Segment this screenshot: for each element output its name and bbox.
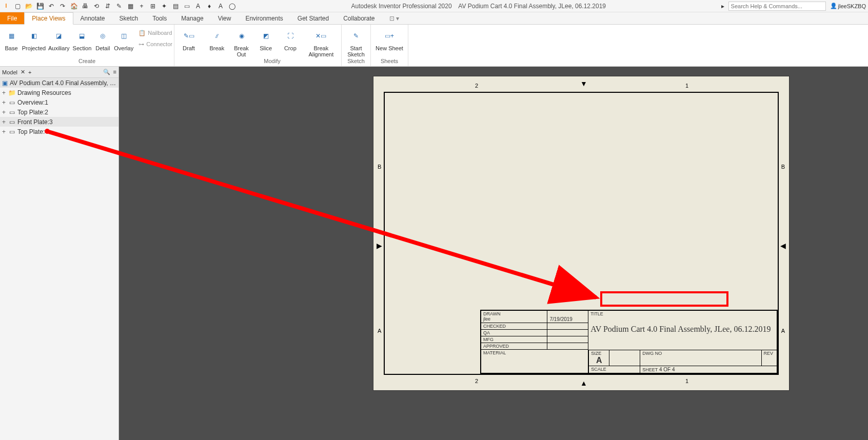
title-block[interactable]: DRAWN jlee 7/19/2019 TITLE AV Podium Car… — [480, 310, 778, 374]
tab-manage[interactable]: Manage — [174, 12, 210, 24]
canvas[interactable]: 2 1 2 1 B A B A ▼ ▲ ▶ ◀ DRAWN jlee — [119, 67, 868, 440]
auxiliary-icon: ◪ — [51, 28, 67, 44]
grid-right-b: B — [781, 164, 785, 170]
nailboard-icon: 📋 — [139, 30, 146, 36]
qat-icon12[interactable]: A — [216, 2, 225, 10]
grid-top-1: 1 — [685, 83, 688, 89]
qat-icon4[interactable]: ▦ — [126, 2, 134, 10]
tree-node-topplate4[interactable]: + ▭ Top Plate:4 — [0, 127, 119, 136]
open-icon[interactable]: 📂 — [25, 2, 33, 10]
titlebar: I ▢ 📂 💾 ↶ ↷ 🏠 🖶 ⟲ ⇵ ✎ ▦ + ⊞ ✦ ▤ ▭ A ♦ A … — [0, 0, 868, 12]
qat-icon11[interactable]: ♦ — [205, 2, 213, 10]
search-icon[interactable]: 🔍 — [103, 69, 110, 75]
new-icon[interactable]: ▢ — [13, 2, 22, 10]
tab-tools[interactable]: Tools — [145, 12, 174, 24]
tb-dwgno-label: DWG NO — [640, 350, 761, 366]
tab-collaborate[interactable]: Collaborate — [336, 12, 382, 24]
expand-icon[interactable]: + — [2, 109, 8, 116]
tab-environments[interactable]: Environments — [238, 12, 290, 24]
section-button[interactable]: ⬓Section — [73, 27, 92, 51]
user-menu[interactable]: 👤 jleeSKZBQ — [830, 3, 866, 9]
doc-name: AV Podium Cart 4.0 Final Assembly, JLee,… — [458, 3, 606, 10]
main-area: Model ✕ + 🔍 ≡ ▣ AV Podium Cart 4.0 Final… — [0, 67, 868, 440]
browser-title: Model — [2, 69, 17, 75]
qat-icon10[interactable]: A — [194, 2, 202, 10]
group-sheets-label: Sheets — [371, 58, 408, 66]
tree-node-resources[interactable]: + 📁 Drawing Resources — [0, 88, 119, 97]
group-draft: ✎▭Draft — [174, 25, 203, 66]
group-sketch: ✎Start Sketch Sketch — [342, 25, 371, 66]
expand-icon[interactable]: + — [2, 128, 8, 135]
break-button[interactable]: ⫽Break — [206, 27, 228, 51]
draft-button[interactable]: ✎▭Draft — [177, 27, 200, 51]
tab-view[interactable]: View — [211, 12, 239, 24]
qat-icon3[interactable]: ✎ — [115, 2, 123, 10]
break-alignment-button[interactable]: ✕▭Break Alignment — [304, 27, 338, 57]
undo-icon[interactable]: ↶ — [47, 2, 55, 10]
sheet-icon: ▭ — [8, 109, 15, 116]
detail-button[interactable]: ◎Detail — [94, 27, 111, 51]
save-icon[interactable]: 💾 — [36, 2, 44, 10]
print-icon[interactable]: 🖶 — [81, 2, 89, 10]
nailboard-button[interactable]: 📋Nailboard — [136, 28, 174, 38]
draft-icon: ✎▭ — [181, 28, 197, 44]
start-sketch-button[interactable]: ✎Start Sketch — [345, 27, 367, 57]
ribbon: ▦Base ◧Projected ◪Auxiliary ⬓Section ◎De… — [0, 25, 868, 67]
qat-icon1[interactable]: ⟲ — [92, 2, 101, 10]
breakout-button[interactable]: ◉Break Out — [231, 27, 252, 57]
qat-icon13[interactable]: ◯ — [228, 2, 236, 10]
qat-icon5[interactable]: + — [137, 2, 146, 10]
home-icon[interactable]: 🏠 — [70, 2, 78, 10]
app-name: Autodesk Inventor Professional 2020 — [351, 3, 452, 10]
crop-icon: ⛶ — [282, 28, 299, 44]
tab-sketch[interactable]: Sketch — [112, 12, 146, 24]
tab-annotate[interactable]: Annotate — [73, 12, 112, 24]
search-input[interactable] — [728, 2, 826, 11]
redo-icon[interactable]: ↷ — [58, 2, 67, 10]
qat-icon2[interactable]: ⇵ — [104, 2, 112, 10]
browser-add-icon[interactable]: + — [28, 69, 31, 75]
group-modify-label: Modify — [203, 58, 341, 66]
new-sheet-icon: ▭+ — [381, 28, 398, 44]
slice-button[interactable]: ◩Slice — [255, 27, 277, 51]
break-icon: ⫽ — [209, 28, 225, 44]
tab-file[interactable]: File — [0, 12, 24, 24]
menu-icon[interactable]: ≡ — [113, 69, 116, 75]
tb-drawn-date: 7/19/2019 — [547, 311, 588, 323]
app-icon[interactable]: I — [2, 2, 10, 10]
grid-bot-1: 1 — [685, 378, 688, 384]
grid-left-a: A — [378, 328, 381, 334]
tree-node-overview[interactable]: + ▭ Overview:1 — [0, 97, 119, 107]
chevron-right-icon[interactable]: ▸ — [721, 3, 724, 10]
group-create-label: Create — [0, 58, 174, 66]
tree-node-topplate2[interactable]: + ▭ Top Plate:2 — [0, 107, 119, 117]
tab-extra[interactable]: ⊡ ▾ — [382, 12, 406, 24]
tb-rev-label: REV — [761, 350, 777, 366]
drawing-sheet[interactable]: 2 1 2 1 B A B A ▼ ▲ ▶ ◀ DRAWN jlee — [373, 76, 790, 391]
tree-node-frontplate3[interactable]: + ▭ Front Plate:3 — [0, 117, 119, 127]
expand-icon[interactable]: + — [2, 89, 8, 96]
qat-icon8[interactable]: ▤ — [171, 2, 180, 10]
expand-icon[interactable]: + — [2, 99, 8, 106]
title-text: Autodesk Inventor Professional 2020 AV P… — [236, 3, 721, 10]
auxiliary-button[interactable]: ◪Auxiliary — [48, 27, 70, 51]
group-modify: ⫽Break ◉Break Out ◩Slice ⛶Crop ✕▭Break A… — [203, 25, 342, 66]
qat-icon7[interactable]: ✦ — [160, 2, 168, 10]
slice-icon: ◩ — [258, 28, 274, 44]
tab-get-started[interactable]: Get Started — [290, 12, 336, 24]
base-icon: ▦ — [3, 28, 19, 44]
qat-icon9[interactable]: ▭ — [183, 2, 191, 10]
expand-icon[interactable]: + — [2, 118, 8, 126]
crop-button[interactable]: ⛶Crop — [280, 27, 301, 51]
base-button[interactable]: ▦Base — [3, 27, 19, 51]
qat-icon6[interactable]: ⊞ — [149, 2, 157, 10]
new-sheet-button[interactable]: ▭+New Sheet — [374, 27, 405, 51]
tab-place-views[interactable]: Place Views — [24, 12, 73, 25]
browser-close-icon[interactable]: ✕ — [21, 69, 25, 75]
overlay-button[interactable]: ◫Overlay — [114, 27, 133, 51]
tree-root[interactable]: ▣ AV Podium Cart 4.0 Final Assembly, JLe… — [0, 78, 119, 88]
projected-button[interactable]: ◧Projected — [23, 27, 45, 51]
breakout-icon: ◉ — [233, 28, 250, 44]
annotation-highlight-box — [600, 291, 728, 307]
group-sketch-label: Sketch — [342, 58, 370, 66]
